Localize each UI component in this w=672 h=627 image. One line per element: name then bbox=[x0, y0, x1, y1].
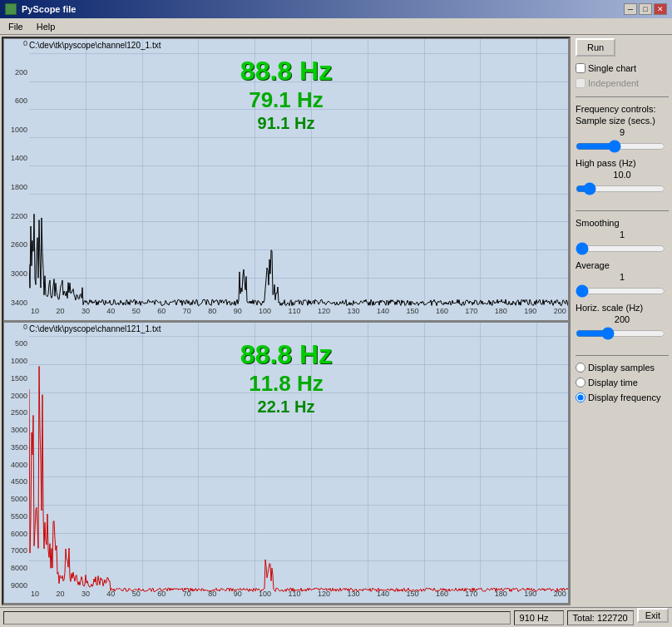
chart2-freq-3: 22.1 Hz bbox=[258, 397, 315, 417]
sample-size-value: 9 bbox=[576, 127, 669, 137]
display-time-row: Display time bbox=[576, 378, 669, 388]
sidebar: Run Single chart Independent Frequency c… bbox=[572, 35, 672, 607]
display-freq-row: Display frequency bbox=[576, 392, 669, 402]
menu-bar: File Help bbox=[0, 18, 672, 35]
chart2-freq-2: 11.8 Hz bbox=[249, 371, 324, 397]
display-time-label: Display time bbox=[588, 378, 638, 388]
display-samples-label: Display samples bbox=[588, 363, 655, 373]
menu-help[interactable]: Help bbox=[32, 21, 61, 32]
average-value: 1 bbox=[576, 272, 669, 282]
display-time-radio[interactable] bbox=[576, 378, 586, 388]
exit-button[interactable]: Exit bbox=[637, 608, 669, 623]
chart2: 9000 8000 7000 6000 5500 5000 4500 4000 … bbox=[3, 321, 569, 605]
run-button[interactable]: Run bbox=[576, 38, 615, 57]
independent-checkbox[interactable] bbox=[576, 78, 586, 88]
window-controls: ─ □ ✕ bbox=[624, 3, 667, 15]
chart1-freq-3: 91.1 Hz bbox=[258, 114, 315, 133]
scroll-bar[interactable] bbox=[3, 611, 511, 625]
display-freq-radio[interactable] bbox=[576, 392, 586, 402]
chart1: 3400 3000 2600 2200 1800 1400 1000 600 2… bbox=[3, 38, 569, 321]
minimize-button[interactable]: ─ bbox=[624, 3, 637, 15]
horiz-scale-slider[interactable] bbox=[576, 327, 665, 340]
window-title: PyScope file bbox=[22, 4, 76, 14]
main-area: 3400 3000 2600 2200 1800 1400 1000 600 2… bbox=[0, 35, 672, 607]
sample-size-slider-container bbox=[576, 139, 669, 155]
status-samples: 910 Hz bbox=[514, 610, 564, 625]
chart2-y-axis: 9000 8000 7000 6000 5500 5000 4500 4000 … bbox=[4, 323, 29, 590]
chart1-y-axis: 3400 3000 2600 2200 1800 1400 1000 600 2… bbox=[4, 39, 29, 307]
independent-row: Independent bbox=[576, 78, 669, 88]
maximize-button[interactable]: □ bbox=[639, 3, 652, 15]
single-chart-row: Single chart bbox=[576, 63, 669, 73]
horiz-scale-value: 200 bbox=[576, 314, 669, 324]
average-slider[interactable] bbox=[576, 284, 665, 298]
smoothing-slider-container bbox=[576, 241, 669, 257]
horiz-scale-label: Horiz. scale (Hz) bbox=[576, 303, 669, 313]
display-samples-radio[interactable] bbox=[576, 363, 586, 373]
smoothing-section: Smoothing 1 Average 1 Horiz. scale (Hz) … bbox=[576, 218, 669, 345]
sample-size-slider[interactable] bbox=[576, 140, 665, 153]
status-bar: 910 Hz Total: 122720 Exit bbox=[0, 607, 672, 627]
high-pass-value: 10.0 bbox=[576, 170, 669, 180]
single-chart-label: Single chart bbox=[588, 63, 636, 73]
average-slider-container bbox=[576, 284, 669, 299]
chart1-freq-2: 79.1 Hz bbox=[249, 87, 324, 113]
independent-label: Independent bbox=[588, 78, 639, 88]
freq-controls-section: Frequency controls: Sample size (secs.) … bbox=[576, 104, 669, 200]
display-freq-label: Display frequency bbox=[588, 392, 660, 402]
high-pass-slider[interactable] bbox=[576, 182, 665, 195]
app-icon bbox=[5, 3, 17, 15]
single-chart-checkbox[interactable] bbox=[576, 63, 586, 73]
chart1-freq-main: 88.8 Hz bbox=[240, 56, 332, 86]
average-label: Average bbox=[576, 260, 669, 270]
charts-area: 3400 3000 2600 2200 1800 1400 1000 600 2… bbox=[2, 37, 571, 605]
high-pass-slider-container bbox=[576, 181, 669, 197]
chart1-x-axis: 10 20 30 40 50 60 70 80 90 100 110 120 1… bbox=[29, 307, 568, 320]
smoothing-slider[interactable] bbox=[576, 242, 665, 255]
display-samples-row: Display samples bbox=[576, 363, 669, 373]
chart2-x-axis: 10 20 30 40 50 60 70 80 90 100 110 120 1… bbox=[29, 590, 568, 603]
sample-size-label: Sample size (secs.) bbox=[576, 116, 669, 126]
close-button[interactable]: ✕ bbox=[654, 3, 667, 15]
status-total: Total: 122720 bbox=[567, 610, 634, 625]
freq-controls-label: Frequency controls: bbox=[576, 104, 669, 114]
high-pass-label: High pass (Hz) bbox=[576, 158, 669, 168]
menu-file[interactable]: File bbox=[3, 21, 28, 32]
smoothing-value: 1 bbox=[576, 230, 669, 239]
smoothing-label: Smoothing bbox=[576, 218, 669, 228]
title-bar: PyScope file ─ □ ✕ bbox=[0, 0, 672, 18]
horiz-scale-slider-container bbox=[576, 326, 669, 342]
chart2-freq-main: 88.8 Hz bbox=[240, 339, 332, 370]
